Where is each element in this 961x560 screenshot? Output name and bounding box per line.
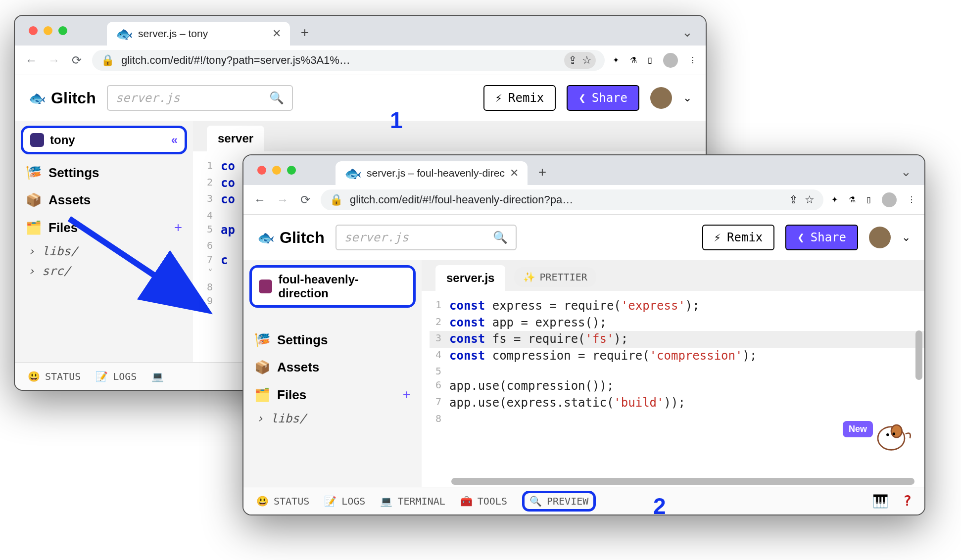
editor-pane: server.js ✨ PRETTIER 1const express = re… [422,260,924,487]
kebab-menu-icon[interactable]: ⋮ [908,195,915,204]
sidepanel-icon[interactable]: ▯ [648,55,652,65]
svg-point-3 [886,433,889,436]
share-page-icon[interactable]: ⇪ [568,54,577,67]
glitch-header: 🐟 Glitch server.js 🔍 ⚡ Remix ❮ Share ⌄ [243,215,924,260]
kebab-menu-icon[interactable]: ⋮ [689,55,697,65]
minimize-window-icon[interactable] [44,26,52,35]
svg-point-2 [891,425,902,437]
new-tab-button[interactable]: + [533,164,551,180]
sidebar-item-assets[interactable]: 📦 Assets [243,354,422,381]
folder-item[interactable]: libs/ [15,241,193,261]
address-bar[interactable]: 🔒 glitch.com/edit/#!/foul-heavenly-direc… [321,189,823,210]
tab-title: server.js – tony [138,28,208,40]
forward-icon[interactable]: → [47,53,61,67]
glitch-logo-icon: 🐟 [29,90,46,106]
close-window-icon[interactable] [257,166,266,175]
extensions-icon[interactable]: ✦ [831,195,838,204]
search-input[interactable]: server.js 🔍 [107,85,293,111]
profile-icon[interactable] [663,53,678,68]
browser-window-2: 🐟 server.js – foul-heavenly-direc ✕ + ⌄ … [242,154,925,515]
glitch-logo[interactable]: 🐟 Glitch [257,229,325,247]
browser-toolbar: ← → ⟳ 🔒 glitch.com/edit/#!/foul-heavenly… [243,185,924,215]
back-icon[interactable]: ← [252,193,267,207]
add-file-icon[interactable]: + [403,387,411,403]
tab-strip: 🐟 server.js – foul-heavenly-direc ✕ + ⌄ [243,155,924,185]
maximize-window-icon[interactable] [58,26,67,35]
close-tab-icon[interactable]: ✕ [272,27,281,40]
scrollbar-thumb[interactable] [915,330,922,380]
sidebar-item-assets[interactable]: 📦 Assets [15,187,193,214]
horizontal-scrollbar[interactable] [451,478,914,485]
close-window-icon[interactable] [29,26,38,35]
folder-item[interactable]: libs/ [243,409,422,428]
lock-icon: 🔒 [101,54,114,67]
back-icon[interactable]: ← [24,53,39,67]
project-name-chip[interactable]: tony « [21,126,187,154]
reload-icon[interactable]: ⟳ [298,193,313,207]
user-menu-icon[interactable]: ⌄ [683,92,692,104]
piano-icon[interactable]: 🎹 [872,494,888,509]
tabs-menu-icon[interactable]: ⌄ [901,164,912,180]
forward-icon[interactable]: → [275,193,290,207]
extensions-icon[interactable]: ✦ [613,55,619,65]
browser-tab[interactable]: 🐟 server.js – foul-heavenly-direc ✕ [336,161,528,185]
collapse-sidebar-icon[interactable]: « [171,133,178,147]
sidebar-item-files[interactable]: 🗂️ Files + [15,214,193,241]
terminal-button[interactable]: 💻 [151,371,164,382]
remix-button[interactable]: ⚡ Remix [483,85,556,111]
browser-tab[interactable]: 🐟 server.js – tony ✕ [107,22,290,46]
new-tab-button[interactable]: + [296,25,314,41]
share-page-icon[interactable]: ⇪ [789,193,798,206]
assets-icon: 📦 [254,360,270,375]
labs-icon[interactable]: ⚗ [849,195,856,204]
editor-tabs: server [193,121,706,151]
editor-tab[interactable]: server.js [435,265,505,291]
tabs-menu-icon[interactable]: ⌄ [682,25,693,40]
labs-icon[interactable]: ⚗ [630,55,637,65]
remix-button[interactable]: ⚡ Remix [702,225,775,250]
status-button[interactable]: 😃 STATUS [256,495,309,507]
search-placeholder: server.js [344,231,409,244]
sidebar: tony « 🎏 Settings 📦 Assets 🗂️ Files + li… [15,121,193,362]
assets-icon: 📦 [26,192,42,208]
logs-button[interactable]: 📝 LOGS [324,495,365,507]
sidebar-item-settings[interactable]: 🎏 Settings [15,159,193,187]
bookmark-icon[interactable]: ☆ [582,54,592,67]
code-area[interactable]: 1const express = require('express');2con… [422,291,924,432]
maximize-window-icon[interactable] [287,166,296,175]
minimize-window-icon[interactable] [272,166,281,175]
favicon-icon: 🐟 [116,26,133,42]
user-avatar[interactable] [869,227,891,248]
browser-toolbar: ← → ⟳ 🔒 glitch.com/edit/#!/tony?path=ser… [15,46,706,75]
user-menu-icon[interactable]: ⌄ [902,231,911,244]
share-button[interactable]: ❮ Share [785,225,858,250]
files-icon: 🗂️ [26,220,42,235]
tab-title: server.js – foul-heavenly-direc [367,167,505,179]
user-avatar[interactable] [650,87,672,109]
preview-button[interactable]: 🔍 PREVIEW [522,491,596,512]
glitch-logo[interactable]: 🐟 Glitch [29,89,96,107]
logs-button[interactable]: 📝 LOGS [96,371,137,382]
sidebar-item-files[interactable]: 🗂️ Files + [243,381,422,409]
share-button[interactable]: ❮ Share [567,85,639,111]
close-tab-icon[interactable]: ✕ [510,167,519,180]
reload-icon[interactable]: ⟳ [69,53,84,67]
help-icon[interactable]: ? [903,493,912,509]
svg-point-4 [893,432,895,435]
project-icon [30,133,44,147]
tools-button[interactable]: 🧰 TOOLS [460,495,507,507]
sidepanel-icon[interactable]: ▯ [866,195,871,204]
prettier-button[interactable]: ✨ PRETTIER [514,267,596,287]
bookmark-icon[interactable]: ☆ [805,193,815,206]
editor-tab[interactable]: server [207,126,264,151]
address-bar[interactable]: 🔒 glitch.com/edit/#!/tony?path=server.js… [92,50,605,71]
folder-item[interactable]: src/ [15,261,193,281]
sidebar-item-settings[interactable]: 🎏 Settings [243,327,422,354]
add-file-icon[interactable]: + [174,220,182,235]
status-button[interactable]: 😃 STATUS [28,371,81,382]
search-input[interactable]: server.js 🔍 [336,225,517,250]
project-name-chip[interactable]: foul-heavenly-direction [249,265,416,308]
mascot-icon [869,412,913,456]
profile-icon[interactable] [882,192,897,207]
terminal-button[interactable]: 💻 TERMINAL [380,495,445,507]
